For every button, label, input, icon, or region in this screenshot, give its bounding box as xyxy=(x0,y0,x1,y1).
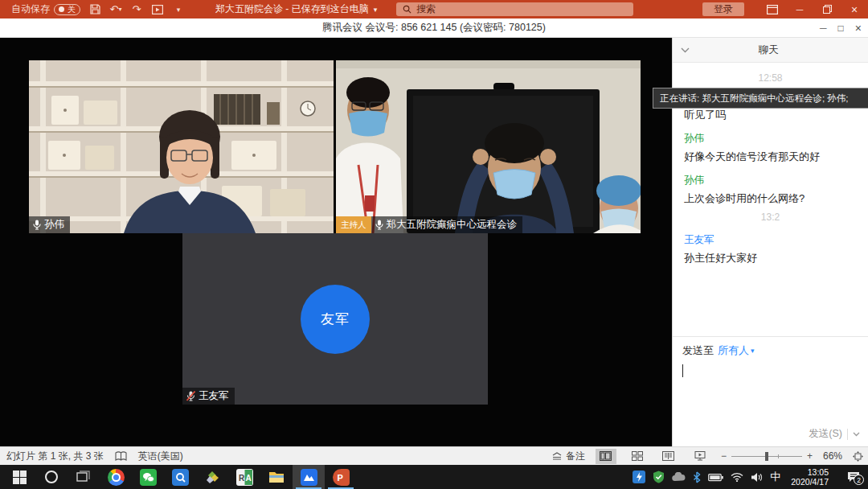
wechat-button[interactable] xyxy=(132,465,164,489)
chrome-icon xyxy=(108,469,125,486)
powerpoint-button[interactable]: P xyxy=(325,465,357,489)
chat-header: 聊天 xyxy=(673,38,868,63)
ime-indicator[interactable]: 中 xyxy=(770,470,780,484)
powerpoint-titlebar: 自动保存 关 ↶▾ ↷ ▾ 郑大五附院会诊 - 已保存到这台电脑 ▾ 搜索 xyxy=(0,0,868,18)
customize-qat-icon[interactable]: ▾ xyxy=(172,3,185,16)
chat-timestamp: 13:2 xyxy=(684,212,857,223)
wifi-tray-icon[interactable] xyxy=(731,472,743,482)
zoom-track[interactable] xyxy=(731,456,802,457)
toggle-dot-icon xyxy=(59,6,64,12)
meeting-window-controls: ─ □ × xyxy=(820,18,862,38)
pc-manager-tray-icon[interactable] xyxy=(633,471,645,483)
svg-text:R: R xyxy=(239,473,245,482)
video-tile-host[interactable]: 主持人 郑大五附院癫痫中心远程会诊 xyxy=(336,60,641,233)
ra-app-button[interactable]: RA xyxy=(228,465,260,489)
taskbar: RA P xyxy=(0,465,868,489)
document-title[interactable]: 郑大五附院会诊 - 已保存到这台电脑 ▾ xyxy=(215,2,377,16)
video-feed-host xyxy=(336,60,641,233)
meeting-title: 腾讯会议 会议号: 856 621 145 (会议密码: 780125) xyxy=(0,21,868,35)
start-slideshow-icon[interactable] xyxy=(151,3,164,16)
powerpoint-icon: P xyxy=(333,469,350,486)
notes-icon xyxy=(551,452,563,461)
undo-icon[interactable]: ↶▾ xyxy=(109,3,122,16)
autosave-toggle[interactable]: 自动保存 关 xyxy=(11,2,80,16)
mic-muted-icon xyxy=(186,391,195,401)
desktop-screen: 自动保存 关 ↶▾ ↷ ▾ 郑大五附院会诊 - 已保存到这台电脑 ▾ 搜索 xyxy=(0,0,868,489)
host-badge: 主持人 xyxy=(336,216,371,233)
save-icon[interactable] xyxy=(88,3,101,16)
restore-button[interactable] xyxy=(813,0,841,18)
login-button[interactable]: 登录 xyxy=(702,2,744,16)
search-input[interactable]: 搜索 xyxy=(396,2,633,16)
chat-message: 听见了吗 xyxy=(684,108,857,121)
zoom-in-icon[interactable]: + xyxy=(807,450,813,462)
cortana-icon xyxy=(44,470,59,484)
chat-timestamp: 12:58 xyxy=(684,72,857,84)
taskbar-apps: RA P xyxy=(0,465,357,489)
avatar-text: 友军 xyxy=(321,310,350,328)
slide-indicator: 幻灯片 第 1 张, 共 3 张 xyxy=(6,450,104,463)
tencent-meeting-button[interactable] xyxy=(293,465,325,489)
slideshow-view-button[interactable] xyxy=(690,449,710,464)
qq-app-button[interactable] xyxy=(164,465,196,489)
system-tray: 中 13:05 2020/4/17 2 xyxy=(633,465,868,489)
fit-slide-button[interactable] xyxy=(853,451,863,462)
ppt-window-controls: 登录 ─ × xyxy=(702,0,868,18)
cloud-tray-icon[interactable] xyxy=(672,472,686,482)
zoom-midpoint xyxy=(778,454,779,458)
zoom-thumb[interactable] xyxy=(765,452,768,461)
spellcheck-icon[interactable] xyxy=(115,451,127,462)
ra-app-icon: RA xyxy=(236,469,253,486)
file-explorer-button[interactable] xyxy=(260,465,293,489)
minimize-button[interactable]: ─ xyxy=(786,0,813,18)
zoom-percent[interactable]: 66% xyxy=(823,450,842,462)
redo-icon[interactable]: ↷ xyxy=(130,3,143,16)
svg-text:A: A xyxy=(245,473,251,482)
chat-sender: 王友军 xyxy=(684,233,857,247)
meeting-maximize-button[interactable]: □ xyxy=(838,23,844,34)
notes-label: 备注 xyxy=(566,450,585,463)
meeting-minimize-button[interactable]: ─ xyxy=(820,23,827,34)
chat-message: 上次会诊时用的什么网络? xyxy=(684,191,857,205)
colorful-app-button[interactable] xyxy=(196,465,228,489)
close-button[interactable]: × xyxy=(841,0,868,18)
chat-title: 聊天 xyxy=(690,43,847,57)
zoom-out-icon[interactable]: − xyxy=(721,450,727,462)
notification-badge: 2 xyxy=(854,475,864,485)
language-indicator[interactable]: 英语(美国) xyxy=(138,450,183,463)
file-explorer-icon xyxy=(268,471,285,483)
send-button[interactable]: 发送(S) xyxy=(809,427,842,441)
slide-sorter-view-button[interactable] xyxy=(627,449,648,464)
windows-icon xyxy=(13,471,27,484)
video-tile-sunwei[interactable]: 孙伟 xyxy=(29,60,334,233)
cortana-button[interactable] xyxy=(35,465,68,489)
autosave-state: 关 xyxy=(68,4,76,15)
chevron-down-icon[interactable] xyxy=(681,47,690,53)
meeting-titlebar: 腾讯会议 会议号: 856 621 145 (会议密码: 780125) ─ □… xyxy=(0,18,868,38)
clock[interactable]: 13:05 2020/4/17 xyxy=(791,467,829,487)
video-tile-wangyoujun[interactable]: 友军 王友军 xyxy=(182,233,488,405)
zoom-slider[interactable]: − + xyxy=(721,450,813,462)
chat-input-area: 发送至 所有人 ▾ 发送(S) xyxy=(673,336,868,446)
search-icon xyxy=(403,5,411,14)
mic-icon xyxy=(33,220,41,230)
chrome-button[interactable] xyxy=(100,465,132,489)
video-area: 孙伟 xyxy=(0,38,672,446)
document-title-text: 郑大五附院会诊 - 已保存到这台电脑 xyxy=(215,2,369,16)
battery-tray-icon[interactable] xyxy=(708,473,723,482)
ribbon-display-options-icon[interactable] xyxy=(759,0,786,18)
meeting-close-button[interactable]: × xyxy=(855,22,862,35)
chat-message: 孙主任好大家好 xyxy=(684,251,857,265)
security-tray-icon[interactable] xyxy=(653,471,665,483)
name-tag-wangyoujun: 王友军 xyxy=(182,388,235,405)
notes-button[interactable]: 备注 xyxy=(551,450,585,463)
task-view-button[interactable] xyxy=(68,465,100,489)
volume-tray-icon[interactable] xyxy=(751,472,763,483)
reading-view-button[interactable] xyxy=(658,449,679,464)
start-button[interactable] xyxy=(3,465,35,489)
normal-view-button[interactable] xyxy=(596,449,616,464)
autosave-switch[interactable]: 关 xyxy=(54,4,80,15)
send-options-icon[interactable] xyxy=(853,432,860,437)
action-center-button[interactable]: 2 xyxy=(847,471,860,483)
bluetooth-tray-icon[interactable] xyxy=(693,471,701,483)
